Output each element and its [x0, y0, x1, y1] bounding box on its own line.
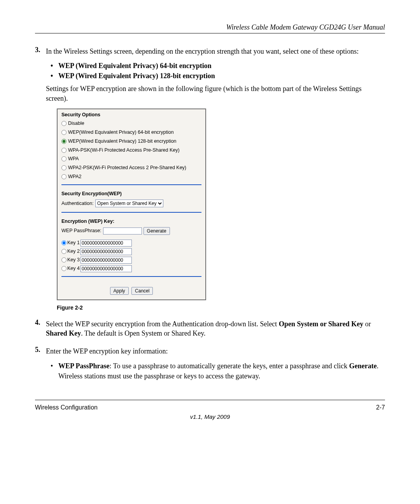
separator-3 — [61, 276, 201, 277]
radio-wpa-input[interactable] — [61, 156, 66, 161]
passphrase-row: WEP PassPhrase: Generate — [58, 226, 205, 236]
key-2-radio[interactable] — [61, 249, 66, 254]
header-rule — [35, 33, 385, 33]
radio-wep64[interactable]: WEP(Wired Equivalent Privacy) 64-bit enc… — [58, 128, 205, 137]
radio-wpa2psk[interactable]: WPA2-PSK(Wi-Fi Protected Access 2 Pre-Sh… — [58, 163, 205, 172]
radio-wep64-input[interactable] — [61, 130, 66, 135]
footer-section: Wireless Configuration — [35, 404, 98, 411]
apply-button[interactable]: Apply — [110, 287, 129, 295]
key-4-label: Key 4 — [67, 265, 80, 272]
step-5-number: 5. — [35, 345, 46, 384]
radio-disable[interactable]: Disable — [58, 119, 205, 128]
key-2-label: Key 2 — [67, 248, 80, 255]
radio-wpa2-label: WPA2 — [68, 173, 82, 180]
radio-wep128-input[interactable] — [61, 139, 66, 144]
key-3-input[interactable] — [80, 257, 132, 264]
page-header-title: Wireless Cable Modem Gateway CGD24G User… — [35, 23, 385, 32]
radio-wep128[interactable]: WEP(Wired Equivalent Privacy) 128-bit en… — [58, 137, 205, 146]
footer-rule — [35, 400, 385, 400]
step-3-option-64bit: WEP (Wired Equivalent Privacy) 64-bit en… — [46, 61, 385, 71]
encryption-key-title: Encryption (WEP) Key: — [58, 216, 205, 226]
radio-wep64-label: WEP(Wired Equivalent Privacy) 64-bit enc… — [68, 129, 174, 136]
step-4-text: Select the WEP security encryption from … — [46, 319, 385, 338]
key-2-input[interactable] — [80, 248, 132, 255]
passphrase-input[interactable] — [103, 228, 142, 234]
radio-wpa2psk-label: WPA2-PSK(Wi-Fi Protected Access 2 Pre-Sh… — [68, 164, 186, 171]
step-5: 5. Enter the WEP encryption key informat… — [35, 345, 385, 384]
step-4-number: 4. — [35, 318, 46, 343]
key-1-label: Key 1 — [67, 240, 80, 246]
key-3-radio[interactable] — [61, 257, 66, 262]
authentication-select[interactable]: Open System or Shared Key — [95, 200, 163, 207]
step-5-bullet-passphrase: WEP PassPhrase: To use a passphrase to a… — [46, 361, 385, 381]
radio-wpa2[interactable]: WPA2 — [58, 172, 205, 181]
key-row-4: Key 4 — [58, 264, 205, 273]
radio-wpapsk-label: WPA-PSK(Wi-Fi Protected Access Pre-Share… — [68, 147, 180, 154]
radio-wep128-label: WEP(Wired Equivalent Privacy) 128-bit en… — [68, 138, 177, 145]
key-row-2: Key 2 — [58, 247, 205, 256]
radio-wpa[interactable]: WPA — [58, 154, 205, 163]
key-1-input[interactable] — [80, 240, 132, 247]
radio-disable-input[interactable] — [61, 121, 66, 126]
security-encryption-title: Security Encryption(WEP) — [58, 188, 205, 198]
security-dialog: Security Options Disable WEP(Wired Equiv… — [57, 108, 206, 300]
dialog-actions: Apply Cancel — [58, 280, 205, 297]
step-5-lead: Enter the WEP encryption key information… — [46, 346, 385, 356]
step-3-lead: In the Wireless Settings screen, dependi… — [46, 47, 385, 56]
radio-wpa-label: WPA — [68, 156, 79, 162]
key-4-input[interactable] — [80, 265, 132, 272]
key-row-1: Key 1 — [58, 239, 205, 247]
cancel-button[interactable]: Cancel — [131, 287, 153, 295]
step-3-tail: Settings for WEP encryption are shown in… — [46, 84, 385, 103]
figure-2-2: Security Options Disable WEP(Wired Equiv… — [57, 108, 385, 300]
step-3: 3. In the Wireless Settings screen, depe… — [35, 45, 385, 315]
key-1-radio[interactable] — [61, 240, 66, 245]
radio-wpapsk[interactable]: WPA-PSK(Wi-Fi Protected Access Pre-Share… — [58, 146, 205, 155]
footer-page-number: 2-7 — [376, 404, 385, 411]
radio-disable-label: Disable — [68, 120, 84, 127]
step-3-option-128bit: WEP (Wired Equivalent Privacy) 128-bit e… — [46, 71, 385, 81]
step-3-number: 3. — [35, 45, 46, 315]
radio-wpapsk-input[interactable] — [61, 148, 66, 153]
security-options-title: Security Options — [58, 109, 205, 119]
authentication-row: Authentication: Open System or Shared Ke… — [58, 198, 205, 209]
page-footer: Wireless Configuration 2-7 v1.1, May 200… — [35, 400, 385, 420]
key-3-label: Key 3 — [67, 257, 80, 263]
separator — [61, 184, 201, 185]
separator-2 — [61, 212, 201, 213]
authentication-label: Authentication: — [61, 200, 94, 207]
key-row-3: Key 3 — [58, 256, 205, 264]
footer-version: v1.1, May 2009 — [35, 413, 385, 420]
radio-wpa2psk-input[interactable] — [61, 165, 66, 170]
key-4-radio[interactable] — [61, 266, 66, 271]
radio-wpa2-input[interactable] — [61, 174, 66, 179]
step-4: 4. Select the WEP security encryption fr… — [35, 318, 385, 343]
figure-caption: Figure 2-2 — [57, 304, 385, 312]
passphrase-label: WEP PassPhrase: — [61, 228, 102, 234]
generate-button[interactable]: Generate — [144, 227, 170, 235]
